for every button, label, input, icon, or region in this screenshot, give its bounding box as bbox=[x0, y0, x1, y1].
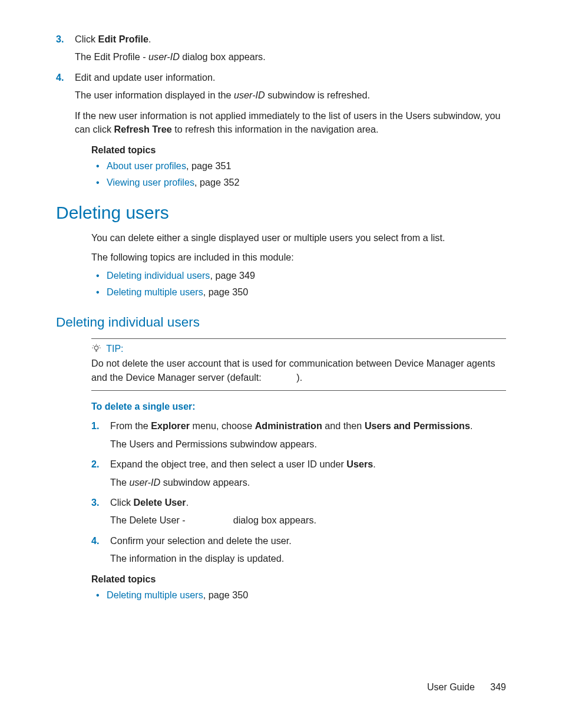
step-text: Confirm your selection and delete the us… bbox=[110, 534, 506, 548]
related-heading: Related topics bbox=[91, 145, 506, 156]
intro-text: You can delete either a single displayed… bbox=[91, 231, 506, 245]
related-item: Deleting multiple users, page 350 bbox=[91, 588, 506, 602]
page-footer: User Guide 349 bbox=[427, 682, 506, 693]
tip-body: Do not delete the user account that is u… bbox=[91, 357, 506, 384]
footer-label: User Guide bbox=[427, 682, 475, 692]
step-number: 3. bbox=[56, 32, 64, 46]
step-number: 2. bbox=[91, 457, 100, 471]
tip-heading: TIP: bbox=[91, 344, 506, 354]
link-about-user-profiles[interactable]: About user profiles bbox=[107, 160, 186, 171]
step-2: 2. Expand the object tree, and then sele… bbox=[91, 457, 506, 489]
step-result: The Users and Permissions subwindow appe… bbox=[110, 437, 506, 451]
heading-deleting-individual-users: Deleting individual users bbox=[56, 315, 506, 330]
related-heading: Related topics bbox=[91, 574, 506, 585]
step-text: Edit and update user information. bbox=[75, 71, 506, 84]
toc-item: Deleting individual users, page 349 bbox=[91, 269, 506, 282]
lightbulb-icon bbox=[91, 344, 101, 354]
svg-point-0 bbox=[94, 346, 98, 350]
svg-line-3 bbox=[99, 345, 100, 346]
heading-deleting-users: Deleting users bbox=[56, 203, 506, 223]
link-deleting-multiple-users[interactable]: Deleting multiple users bbox=[107, 589, 203, 600]
svg-line-2 bbox=[93, 345, 94, 346]
step-result: The Edit Profile - user-ID dialog box ap… bbox=[75, 50, 506, 64]
procedure-title: To delete a single user: bbox=[91, 401, 506, 412]
steps-edit-profile: 3. Click Edit Profile. The Edit Profile … bbox=[56, 32, 506, 137]
step-result: The user information displayed in the us… bbox=[75, 88, 506, 102]
related-topics-1: Related topics About user profiles, page… bbox=[91, 145, 506, 190]
related-item: Viewing user profiles, page 352 bbox=[91, 176, 506, 189]
step-1: 1. From the Explorer menu, choose Admini… bbox=[91, 419, 506, 451]
step-3b: 3. Click Delete User. The Delete User - … bbox=[91, 496, 506, 528]
step-number: 4. bbox=[91, 534, 100, 548]
tip-label: TIP: bbox=[106, 344, 123, 354]
section-toc: Deleting individual users, page 349 Dele… bbox=[91, 269, 506, 299]
related-list: Deleting multiple users, page 350 bbox=[91, 588, 506, 602]
step-result: The Delete User - dialog box appears. bbox=[110, 513, 506, 527]
page-number: 349 bbox=[490, 682, 506, 692]
step-text: Click Delete User. bbox=[110, 496, 506, 509]
procedure-delete-single-user: To delete a single user: 1. From the Exp… bbox=[91, 401, 506, 602]
step-text: Expand the object tree, and then select … bbox=[110, 457, 506, 471]
link-deleting-individual-users[interactable]: Deleting individual users bbox=[107, 270, 210, 281]
step-4b: 4. Confirm your selection and delete the… bbox=[91, 534, 506, 566]
link-viewing-user-profiles[interactable]: Viewing user profiles bbox=[107, 177, 194, 187]
procedure-steps: 1. From the Explorer menu, choose Admini… bbox=[91, 419, 506, 566]
link-deleting-multiple-users[interactable]: Deleting multiple users bbox=[107, 286, 203, 297]
section-intro: You can delete either a single displayed… bbox=[91, 231, 506, 299]
document-page: 3. Click Edit Profile. The Edit Profile … bbox=[0, 0, 562, 728]
step-number: 1. bbox=[91, 419, 100, 433]
step-result: The user-ID subwindow appears. bbox=[110, 476, 506, 489]
step-number: 4. bbox=[56, 71, 64, 84]
step-extra: If the new user information is not appli… bbox=[75, 109, 506, 137]
tip-box: TIP: Do not delete the user account that… bbox=[91, 338, 506, 391]
step-text: From the Explorer menu, choose Administr… bbox=[110, 419, 506, 433]
step-text: Click Edit Profile. bbox=[75, 32, 506, 46]
step-result: The information in the display is update… bbox=[110, 552, 506, 565]
step-3: 3. Click Edit Profile. The Edit Profile … bbox=[56, 32, 506, 64]
related-item: About user profiles, page 351 bbox=[91, 159, 506, 173]
related-list: About user profiles, page 351 Viewing us… bbox=[91, 159, 506, 190]
step-number: 3. bbox=[91, 496, 100, 509]
intro-text: The following topics are included in thi… bbox=[91, 251, 506, 264]
toc-item: Deleting multiple users, page 350 bbox=[91, 285, 506, 299]
step-4: 4. Edit and update user information. The… bbox=[56, 71, 506, 137]
